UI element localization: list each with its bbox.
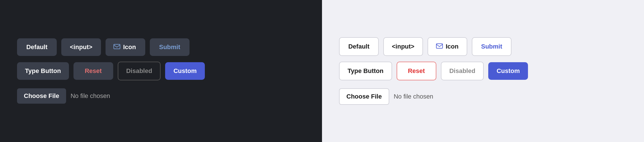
- dark-no-file-label: No file chosen: [71, 92, 110, 100]
- dark-row-1: Default <input> Icon Submit: [17, 38, 190, 56]
- light-default-button[interactable]: Default: [339, 37, 379, 56]
- dark-disabled-button: Disabled: [118, 62, 161, 80]
- light-reset-button[interactable]: Reset: [397, 62, 436, 80]
- dark-input-button[interactable]: <input>: [61, 38, 101, 56]
- light-disabled-button: Disabled: [441, 62, 484, 80]
- envelope-icon: [113, 43, 120, 51]
- dark-default-button[interactable]: Default: [17, 38, 57, 56]
- dark-file-row: Choose File No file chosen: [17, 88, 110, 104]
- dark-row-2: Type Button Reset Disabled Custom: [17, 62, 205, 80]
- dark-reset-button[interactable]: Reset: [73, 62, 113, 80]
- dark-icon-button[interactable]: Icon: [106, 38, 145, 56]
- dark-panel: Default <input> Icon Submit Type Button …: [0, 0, 322, 142]
- light-submit-button[interactable]: Submit: [472, 37, 512, 56]
- dark-icon-button-label: Icon: [123, 43, 136, 51]
- light-no-file-label: No file chosen: [394, 93, 433, 100]
- dark-custom-button[interactable]: Custom: [165, 62, 205, 80]
- light-input-button[interactable]: <input>: [383, 37, 423, 56]
- light-file-row: Choose File No file chosen: [339, 88, 433, 105]
- svg-rect-1: [436, 44, 443, 48]
- light-custom-button[interactable]: Custom: [488, 62, 528, 80]
- svg-rect-0: [114, 44, 120, 49]
- light-panel: Default <input> Icon Submit Type Button …: [322, 0, 644, 142]
- light-icon-button-label: Icon: [446, 43, 458, 50]
- light-type-button[interactable]: Type Button: [339, 62, 392, 80]
- light-choose-file-button[interactable]: Choose File: [339, 88, 389, 105]
- light-row-2: Type Button Reset Disabled Custom: [339, 62, 528, 80]
- light-row-1: Default <input> Icon Submit: [339, 37, 512, 56]
- light-icon-button[interactable]: Icon: [428, 37, 467, 56]
- envelope-icon-light: [436, 43, 443, 50]
- dark-submit-button[interactable]: Submit: [150, 38, 190, 56]
- dark-type-button[interactable]: Type Button: [17, 62, 69, 80]
- dark-choose-file-button[interactable]: Choose File: [17, 88, 66, 104]
